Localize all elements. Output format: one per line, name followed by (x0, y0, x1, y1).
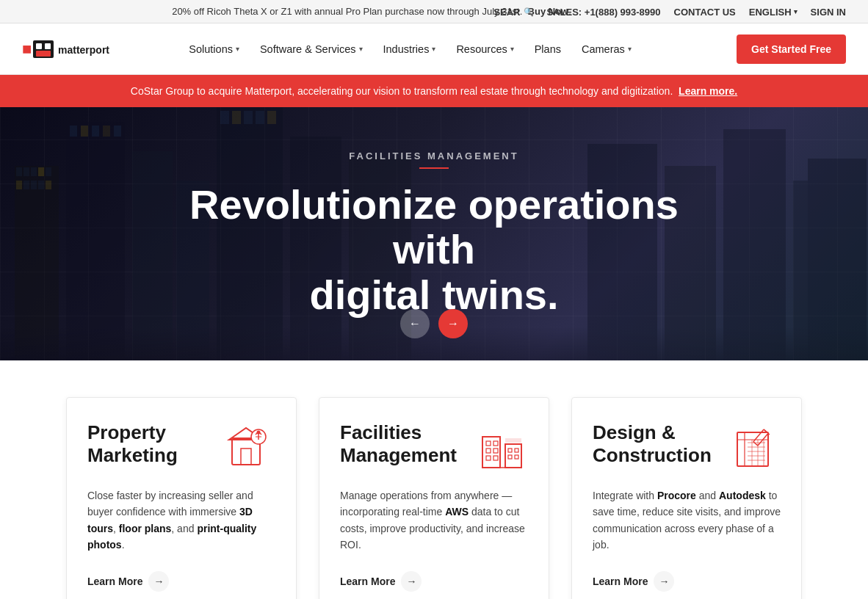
svg-rect-55 (508, 455, 512, 459)
resources-chevron-icon: ▾ (510, 45, 514, 53)
language-selector[interactable]: ENGLISH ▾ (749, 6, 798, 17)
design-construction-learn-more-label: Learn More (593, 576, 648, 587)
svg-rect-40 (241, 449, 251, 465)
svg-rect-20 (103, 126, 110, 137)
svg-rect-3 (36, 51, 51, 57)
svg-rect-8 (31, 167, 37, 176)
nav-resources[interactable]: Resources ▾ (447, 37, 522, 61)
facilities-management-desc: Manage operations from anywhere — incorp… (340, 487, 528, 553)
carousel-next-button[interactable]: → (438, 309, 468, 338)
svg-rect-19 (92, 126, 99, 137)
svg-rect-12 (23, 181, 29, 189)
search-area[interactable]: SEAR 🔍 (493, 6, 533, 17)
get-started-button[interactable]: Get Started Free (737, 35, 846, 64)
logo-area[interactable]: ■ matterport (22, 37, 151, 61)
svg-rect-16 (66, 122, 125, 360)
language-chevron-icon: ▾ (794, 8, 798, 15)
property-marketing-arrow-icon: → (148, 571, 169, 592)
contact-us-link[interactable]: CONTACT US (674, 6, 736, 17)
nav-cameras[interactable]: Cameras ▾ (573, 37, 640, 61)
facilities-management-learn-more-link[interactable]: Learn More → (340, 571, 528, 592)
announcement-text: CoStar Group to acquire Matterport, acce… (131, 85, 679, 97)
nav-links: Solutions ▾ Software & Services ▾ Indust… (180, 37, 737, 61)
top-right-links: SEAR 🔍 SALES: +1(888) 993-8990 CONTACT U… (493, 6, 846, 17)
svg-rect-13 (31, 181, 37, 189)
svg-rect-21 (114, 126, 121, 137)
svg-rect-11 (16, 181, 22, 189)
sign-in-link[interactable]: SIGN IN (811, 6, 846, 17)
design-construction-desc: Integrate with Procore and Autodesk to s… (593, 487, 781, 553)
solutions-chevron-icon: ▾ (236, 45, 239, 53)
svg-rect-26 (232, 111, 241, 124)
card-header-2: Facilities Management (340, 421, 528, 473)
svg-rect-10 (46, 167, 51, 176)
language-label: ENGLISH (749, 6, 792, 17)
svg-rect-27 (244, 111, 253, 124)
svg-rect-28 (256, 111, 264, 124)
carousel-prev-button[interactable]: ← (400, 309, 430, 338)
logo-icon: ■ (22, 40, 32, 59)
nav-software-services[interactable]: Software & Services ▾ (251, 37, 372, 61)
nav-cta: Get Started Free (737, 35, 846, 64)
svg-rect-1 (36, 43, 42, 49)
design-construction-learn-more-link[interactable]: Learn More → (593, 571, 781, 592)
svg-rect-15 (46, 181, 51, 189)
svg-rect-47 (486, 441, 491, 446)
svg-rect-6 (16, 167, 22, 176)
hero-content: FACILITIES MANAGEMENT Revolutionize oper… (177, 150, 691, 318)
nav-solutions[interactable]: Solutions ▾ (180, 37, 248, 61)
property-marketing-learn-more-label: Learn More (87, 576, 142, 587)
software-services-label: Software & Services (260, 43, 356, 55)
search-label: SEAR (493, 6, 520, 17)
design-construction-title: Design & Construction (593, 421, 729, 467)
nav-plans[interactable]: Plans (526, 37, 570, 61)
property-marketing-desc: Close faster by increasing seller and bu… (87, 487, 275, 553)
svg-rect-14 (38, 181, 44, 189)
design-construction-icon (729, 421, 781, 473)
svg-rect-56 (515, 455, 518, 459)
svg-rect-49 (486, 449, 491, 453)
announcement-bar: CoStar Group to acquire Matterport, acce… (0, 75, 868, 107)
main-nav: ■ matterport Solutions ▾ Software & Serv… (0, 23, 868, 75)
svg-rect-57 (505, 438, 521, 443)
nav-industries[interactable]: Industries ▾ (375, 37, 445, 61)
logo-svg: matterport (33, 37, 151, 61)
cameras-chevron-icon: ▾ (628, 45, 632, 53)
property-marketing-title: Property Marketing (87, 421, 224, 467)
facilities-management-card: Facilities Management (319, 397, 549, 599)
learn-more-announcement-link[interactable]: Learn more. (679, 85, 737, 97)
sales-number: SALES: +1(888) 993-8990 (547, 6, 661, 17)
top-banner: 20% off Ricoh Theta X or Z1 with annual … (0, 0, 868, 23)
card-header-3: Design & Construction (593, 421, 781, 473)
cards-section: Property Marketing Close faster by incre… (0, 360, 868, 599)
hero-eyebrow: FACILITIES MANAGEMENT (177, 150, 691, 161)
svg-rect-7 (23, 167, 29, 176)
svg-rect-29 (267, 111, 276, 124)
property-marketing-icon (224, 421, 275, 473)
card-header-1: Property Marketing (87, 421, 275, 473)
svg-rect-2 (45, 43, 51, 49)
hero-title: Revolutionize operations with digital tw… (177, 182, 691, 318)
industries-chevron-icon: ▾ (432, 45, 435, 53)
svg-rect-34 (723, 129, 786, 360)
software-services-chevron-icon: ▾ (359, 45, 363, 53)
design-construction-card: Design & Construction (571, 397, 802, 599)
svg-text:matterport: matterport (58, 44, 109, 56)
svg-rect-18 (81, 126, 88, 137)
svg-rect-46 (505, 444, 521, 468)
property-marketing-learn-more-link[interactable]: Learn More → (87, 571, 275, 592)
carousel-controls: ← → (400, 309, 468, 338)
svg-rect-54 (515, 449, 518, 452)
svg-rect-17 (70, 126, 77, 137)
top-banner-wrapper: 20% off Ricoh Theta X or Z1 with annual … (0, 0, 868, 23)
facilities-management-title: Facilities Management (340, 421, 477, 467)
svg-rect-53 (508, 449, 512, 452)
design-construction-arrow-icon: → (654, 571, 674, 592)
facilities-management-icon (477, 421, 528, 473)
svg-rect-52 (493, 456, 498, 460)
svg-point-43 (256, 430, 260, 434)
hero-eyebrow-line (419, 167, 449, 169)
hero-section: FACILITIES MANAGEMENT Revolutionize oper… (0, 107, 868, 360)
svg-rect-25 (220, 111, 229, 124)
industries-label: Industries (383, 43, 430, 55)
